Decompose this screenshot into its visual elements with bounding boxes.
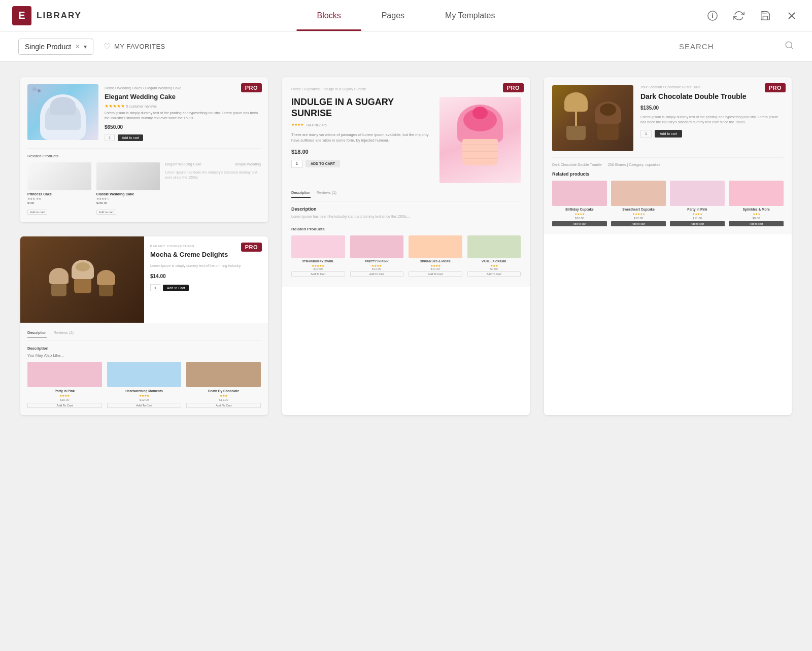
card3-ri-4: Sprinkles & More ★★★ $9.00 Add to cart xyxy=(729,181,784,226)
card1-title: Elegant Wedding Cake xyxy=(105,93,261,101)
card1-preview: PRO Home / Wedding Cakes / Elegant Weddi… xyxy=(20,77,268,222)
card2-add-cart[interactable]: ADD TO CART xyxy=(306,160,340,167)
card2-ri-add-1[interactable]: Add To Cart xyxy=(291,271,345,277)
card3-ri-add-2[interactable]: Add to cart xyxy=(611,221,666,226)
template-card-2[interactable]: PRO Home / Cupcakes / Indulge in a Sugar… xyxy=(282,77,530,415)
close-button[interactable] xyxy=(784,8,800,24)
card4-tab-reviews[interactable]: Reviews (2) xyxy=(54,330,74,337)
card2-ri-img-1 xyxy=(291,235,345,258)
card3-ri-name-3: Party in Pink xyxy=(670,208,725,211)
logo-text: LIBRARY xyxy=(37,11,82,21)
card3-ri-stars-1: ★★★★ xyxy=(552,212,607,216)
template-card-3[interactable]: PRO xyxy=(544,77,792,415)
related-img-2 xyxy=(96,162,160,190)
filter-dropdown[interactable]: Single Product × ▾ xyxy=(18,39,93,55)
card4-price: $14.00 xyxy=(150,273,262,279)
card2-related-items: STRAWBERRY SWIRL ★★★★★ $10.00 Add To Car… xyxy=(291,235,521,277)
related-item-2: Classic Wedding Cake ★★★★☆ $350.00 Add t… xyxy=(96,162,160,215)
card3-add-cart[interactable]: Add to cart xyxy=(655,130,682,138)
related-price-2: $350.00 xyxy=(96,201,160,204)
card3-qty[interactable]: 1 xyxy=(640,130,652,138)
card2-title: INDULGE IN A SUGARY SUNRISE xyxy=(291,97,431,119)
header: E LIBRARY Blocks Pages My Templates xyxy=(0,0,812,31)
card4-add-cart[interactable]: Add to Cart xyxy=(163,285,189,291)
card2-ri-name-1: STRAWBERRY SWIRL xyxy=(291,260,345,263)
card2-ri-add-2[interactable]: Add To Cart xyxy=(350,271,404,277)
card4-top: BAKERY CONFECTIONS Mocha & Creme Delight… xyxy=(20,236,268,323)
card3-product-name: Dark Chocolate Double Trouble xyxy=(552,163,602,166)
card4-tab-description[interactable]: Description xyxy=(27,330,47,337)
card4-product-image xyxy=(20,236,144,323)
card3-ri-img-2 xyxy=(611,181,666,206)
related-name-1: Princess Cake xyxy=(27,192,91,196)
related-item-1: Princess Cake ★★★ ★★ $400 Add to cart xyxy=(27,162,91,215)
card3-social-icons: 256 Shares | Category: cupcakes xyxy=(608,163,660,166)
card1-breadcrumb: Home / Wedding Cakes / Elegant Wedding C… xyxy=(105,86,261,90)
card4-ri-price-3: $11.00 xyxy=(186,398,261,401)
card2-desc-section: Description Lorem ipsum has been the ind… xyxy=(291,207,521,220)
card2-product-image xyxy=(439,97,521,183)
card1-price: $650.00 xyxy=(105,124,261,130)
card3-related: Related products Birthday Cupcake ★★★★ $… xyxy=(552,172,784,226)
card4-ri-add-2[interactable]: Add To Cart xyxy=(107,403,182,408)
related-add-2[interactable]: Add to cart xyxy=(96,210,116,215)
card1-add-cart[interactable]: Add to cart xyxy=(118,134,143,141)
card2-ri-add-3[interactable]: Add To Cart xyxy=(409,271,462,277)
card4-ri-add-3[interactable]: Add To Cart xyxy=(186,403,261,408)
card2-tabs: Description Reviews (1) xyxy=(291,190,521,201)
card4-ri-stars-3: ★★★ xyxy=(186,394,261,397)
related-item-3: Elegant Wedding CakeUnique Wedding Lorem… xyxy=(165,162,261,215)
card3-ri-stars-4: ★★★ xyxy=(729,212,784,216)
related-sub-2: ★★★★☆ xyxy=(96,197,160,200)
card2-ri-img-2 xyxy=(350,235,404,258)
card3-product-image xyxy=(552,85,633,151)
card4-qty[interactable]: 1 xyxy=(150,284,160,291)
card2-qty[interactable] xyxy=(291,160,302,168)
card2-ri-3: SPRINKLES & MORE ★★★★ $11.00 Add To Cart xyxy=(409,235,462,277)
heart-icon: ♡ xyxy=(104,42,111,51)
card2-tab-reviews[interactable]: Reviews (1) xyxy=(317,190,337,198)
card1-related-title: Related Products xyxy=(27,154,261,158)
card2-tab-description[interactable]: Description xyxy=(291,190,311,198)
template-card-4[interactable]: PRO xyxy=(20,236,268,415)
card2-ri-name-3: SPRINKLES & MORE xyxy=(409,260,462,263)
card3-meta: 256 Shares | Category: cupcakes xyxy=(608,163,660,166)
card4-ri-add-1[interactable]: Add To Cart xyxy=(27,403,102,408)
tab-pages[interactable]: Pages xyxy=(361,0,425,31)
card1-qty[interactable]: 1 xyxy=(105,134,115,141)
card1-related-items: Princess Cake ★★★ ★★ $400 Add to cart Cl… xyxy=(27,162,261,215)
related-price-1: $400 xyxy=(27,201,91,204)
related-name-2: Classic Wedding Cake xyxy=(96,192,160,196)
search-icon[interactable] xyxy=(785,41,794,52)
card3-ri-add-1[interactable]: Add to cart xyxy=(552,221,607,226)
card1-product-image xyxy=(27,84,98,140)
search-area xyxy=(679,41,794,52)
card3-ri-price-3: $11.00 xyxy=(670,217,725,220)
card3-ri-name-2: Sweetheart Cupcake xyxy=(611,208,666,211)
refresh-button[interactable] xyxy=(731,8,747,24)
related-sub-1: ★★★ ★★ xyxy=(27,197,91,200)
card2-ri-1: STRAWBERRY SWIRL ★★★★★ $10.00 Add To Car… xyxy=(291,235,345,277)
card3-ri-add-3[interactable]: Add to cart xyxy=(670,221,725,226)
card4-ri-img-1 xyxy=(27,362,102,387)
pro-badge-2: PRO xyxy=(503,83,524,92)
info-button[interactable] xyxy=(704,8,721,24)
tab-my-templates[interactable]: My Templates xyxy=(425,0,515,31)
filter-label: Single Product xyxy=(25,43,71,51)
logo-icon: E xyxy=(12,6,31,25)
card4-desc-text: Description xyxy=(27,346,261,351)
search-input[interactable] xyxy=(679,42,781,51)
related-add-1[interactable]: Add to cart xyxy=(27,210,47,215)
card2-ri-add-4[interactable]: Add To Cart xyxy=(467,271,521,277)
card3-ri-add-4[interactable]: Add to cart xyxy=(729,221,784,226)
tab-blocks[interactable]: Blocks xyxy=(297,0,361,31)
filter-clear-icon[interactable]: × xyxy=(75,42,80,51)
template-card-1[interactable]: PRO Home / Wedding Cakes / Elegant Weddi… xyxy=(20,77,268,222)
favorites-button[interactable]: ♡ MY FAVORITES xyxy=(104,42,165,51)
card3-ri-1: Birthday Cupcake ★★★★ $10.00 Add to cart xyxy=(552,181,607,226)
card4-btn-row: 1 Add to Cart xyxy=(150,284,262,291)
card2-desc-title: Description xyxy=(291,207,521,212)
card4-ri-price-2: $12.00 xyxy=(107,398,182,401)
card4-tabs: Description Reviews (2) xyxy=(27,330,261,341)
save-button[interactable] xyxy=(757,8,773,24)
